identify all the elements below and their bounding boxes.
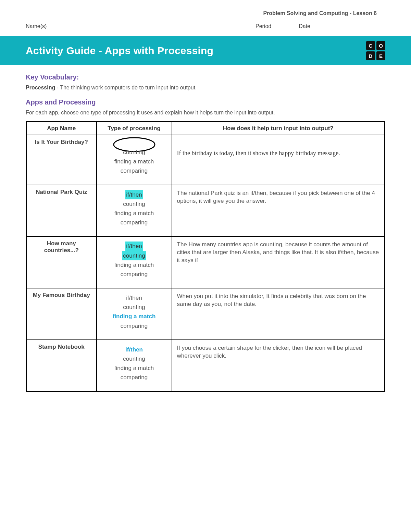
type-options-cell[interactable]: if/then counting finding a match compari… xyxy=(97,185,172,237)
vocab-heading: Key Vocabulary: xyxy=(26,73,385,81)
option-finding: finding a match xyxy=(99,209,170,218)
logo-cell-d: D xyxy=(366,51,375,60)
option-comparing: comparing xyxy=(99,373,170,382)
option-ifthen: if/then xyxy=(125,242,142,251)
period-label: Period xyxy=(256,23,271,29)
explain-cell[interactable]: When you put it into the simulator, It f… xyxy=(172,288,385,340)
th-app: App Name xyxy=(26,122,97,135)
page-title: Activity Guide - Apps with Processing xyxy=(26,45,213,57)
option-ifthen: if/then xyxy=(125,190,142,199)
table-row: Stamp Notebook if/then counting finding … xyxy=(26,340,385,392)
th-explain: How does it help turn input into output? xyxy=(172,122,385,135)
app-name-cell: My Famous Birthday xyxy=(26,288,97,340)
option-counting: counting xyxy=(99,302,170,312)
option-finding: finding a match xyxy=(99,312,170,321)
option-comparing: comparing xyxy=(99,166,170,175)
option-comparing: comparing xyxy=(99,321,170,331)
code-org-logo: C O D E xyxy=(366,41,385,60)
th-type: Type of processing xyxy=(97,122,172,135)
names-blank[interactable] xyxy=(48,23,250,28)
title-banner: Activity Guide - Apps with Processing C … xyxy=(0,36,411,65)
option-counting: counting xyxy=(99,199,170,209)
explain-cell[interactable]: The national Park quiz is an if/then, be… xyxy=(172,185,385,237)
option-comparing: comparing xyxy=(99,270,170,279)
apps-heading: Apps and Processing xyxy=(26,98,385,106)
table-row: Is It Your Birthday? counting finding a … xyxy=(26,135,385,185)
type-options-cell[interactable]: counting finding a match comparing xyxy=(97,135,172,185)
app-name-cell: National Park Quiz xyxy=(26,185,97,237)
date-blank[interactable] xyxy=(312,23,377,28)
table-header-row: App Name Type of processing How does it … xyxy=(26,122,385,135)
app-name-cell: Is It Your Birthday? xyxy=(26,135,97,185)
option-ifthen: if/then xyxy=(99,293,170,302)
option-finding: finding a match xyxy=(99,157,170,166)
table-row: My Famous Birthday if/then counting find… xyxy=(26,288,385,340)
date-label: Date xyxy=(299,23,310,29)
names-label: Name(s) xyxy=(26,23,47,29)
option-finding: finding a match xyxy=(99,363,170,373)
logo-cell-c: C xyxy=(366,41,375,50)
logo-cell-o: O xyxy=(376,41,385,50)
app-name-cell: Stamp Notebook xyxy=(26,340,97,392)
circled-option-wrap xyxy=(99,140,170,148)
type-options-cell[interactable]: if/then counting finding a match compari… xyxy=(97,340,172,392)
explain-cell[interactable]: If the birthday is today, then it shows … xyxy=(172,135,385,185)
option-counting: counting xyxy=(122,251,146,260)
table-row: National Park Quiz if/then counting find… xyxy=(26,185,385,237)
type-options-cell[interactable]: if/then counting finding a match compari… xyxy=(97,288,172,340)
name-period-date-line: Name(s) Period Date xyxy=(26,23,385,29)
app-name-cell: How many countries...? xyxy=(26,236,97,288)
lesson-label: Problem Solving and Computing - Lesson 6 xyxy=(26,10,385,16)
explain-cell[interactable]: If you choose a certain shape for the cl… xyxy=(172,340,385,392)
explain-cell[interactable]: The How many countries app is counting, … xyxy=(172,236,385,288)
logo-cell-e: E xyxy=(376,51,385,60)
option-comparing: comparing xyxy=(99,218,170,227)
option-finding: finding a match xyxy=(99,260,170,270)
option-counting: counting xyxy=(99,148,170,157)
apps-table: App Name Type of processing How does it … xyxy=(26,121,385,392)
period-blank[interactable] xyxy=(273,23,293,28)
option-ifthen: if/then xyxy=(99,345,170,354)
type-options-cell[interactable]: if/then counting finding a match compari… xyxy=(97,236,172,288)
vocab-term: Processing xyxy=(26,85,55,90)
content-area: Key Vocabulary: Processing - The thinkin… xyxy=(0,65,411,406)
table-row: How many countries...? if/then counting … xyxy=(26,236,385,288)
worksheet-header: Problem Solving and Computing - Lesson 6… xyxy=(0,0,411,33)
vocab-definition: Processing - The thinking work computers… xyxy=(26,85,385,91)
document-page: Problem Solving and Computing - Lesson 6… xyxy=(0,0,411,406)
option-counting: counting xyxy=(99,354,170,363)
apps-intro: For each app, choose one type of process… xyxy=(26,110,385,116)
vocab-def-text: - The thinking work computers do to turn… xyxy=(55,85,197,90)
